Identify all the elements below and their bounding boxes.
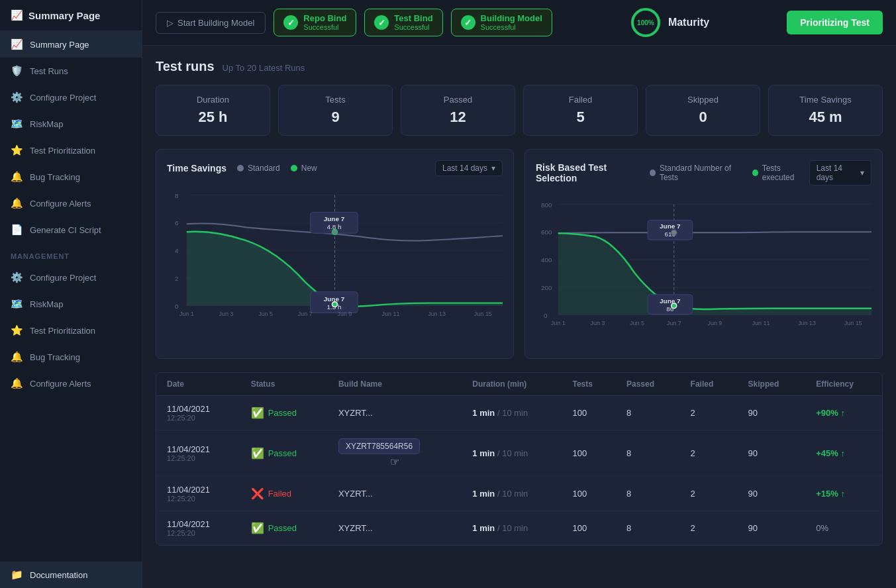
bell-icon3: 🔔 — [11, 351, 23, 363]
prioritize-button[interactable]: Prioritizing Test — [787, 11, 883, 34]
pipeline-step-building-model: ✓ Building Model Successful — [451, 9, 552, 37]
sidebar-item-mgmt-bug-tracking[interactable]: 🔔 Bug Tracking — [0, 344, 142, 370]
sidebar-item-configure-project[interactable]: ⚙️ Configure Project — [0, 84, 142, 111]
svg-text:4: 4 — [175, 247, 179, 254]
sidebar-item-mgmt-riskmap[interactable]: 🗺️ RiskMap — [0, 291, 142, 317]
sidebar-logo: 📈 Summary Page — [0, 0, 142, 31]
time-savings-filter-label: Last 14 days — [442, 164, 487, 173]
pipeline-step-repo-bind: ✓ Repo Bind Successful — [274, 9, 356, 37]
bell-icon4: 🔔 — [11, 377, 23, 389]
passed-icon: ✅ — [251, 407, 264, 419]
svg-text:600: 600 — [541, 228, 552, 236]
topbar: ▷ Start Building Model ✓ Repo Bind Succe… — [142, 0, 896, 46]
sidebar-item-configure-alerts[interactable]: 🔔 Configure Alerts — [0, 190, 142, 217]
sidebar-item-bug-tracking[interactable]: 🔔 Bug Tracking — [0, 164, 142, 190]
bell-icon2: 🔔 — [11, 197, 23, 209]
stat-tests: Tests 9 — [278, 85, 393, 136]
svg-text:Jun 11: Jun 11 — [752, 320, 770, 327]
sidebar-item-test-runs[interactable]: 🛡️ Test Runs — [0, 58, 142, 84]
bell-icon: 🔔 — [11, 171, 23, 183]
risk-legend-standard-dot — [650, 170, 656, 176]
cell-status: ✅Passed — [240, 511, 328, 546]
svg-point-47 — [672, 303, 677, 309]
svg-text:Jun 11: Jun 11 — [382, 311, 400, 318]
gear-icon: ⚙️ — [11, 91, 23, 103]
cell-skipped: 90 — [738, 396, 806, 430]
cell-date: 11/04/202112:25:20 — [156, 477, 240, 511]
stat-failed-value: 5 — [534, 109, 626, 126]
chevron-down-icon: ▾ — [491, 164, 495, 173]
sidebar-item-label: Configure Project — [30, 93, 96, 103]
sidebar-item-riskmap[interactable]: 🗺️ RiskMap — [0, 111, 142, 137]
sidebar-item-mgmt-test-prioritization[interactable]: ⭐ Test Prioritization — [0, 317, 142, 344]
sidebar-item-mgmt-configure-project[interactable]: ⚙️ Configure Project — [0, 264, 142, 291]
cell-build-name: XYZRT785564R56☞ — [328, 430, 462, 477]
svg-text:0: 0 — [175, 303, 179, 310]
page-title: Test runs — [156, 59, 215, 74]
table-row[interactable]: 11/04/202112:25:20✅PassedXYZRT785564R56☞… — [156, 430, 882, 477]
sidebar-item-label: Configure Alerts — [30, 379, 91, 389]
cell-build-name: XYZRT... — [328, 396, 462, 430]
logo-icon: 📈 — [11, 9, 23, 21]
risk-chart-header: Risk Based Test Selection Standard Numbe… — [536, 160, 871, 185]
svg-text:200: 200 — [541, 284, 552, 291]
stat-duration-value: 25 h — [167, 109, 259, 126]
svg-text:400: 400 — [541, 256, 552, 264]
legend-new-label: New — [301, 164, 317, 173]
stats-row: Duration 25 h Tests 9 Passed 12 Failed 5… — [156, 85, 883, 136]
svg-text:Jun 15: Jun 15 — [844, 320, 862, 327]
svg-text:Jun 3: Jun 3 — [591, 320, 605, 327]
sidebar-item-label: Test Prioritization — [30, 146, 95, 156]
svg-point-20 — [332, 302, 338, 307]
svg-text:Jun 9: Jun 9 — [707, 320, 722, 327]
col-build-name: Build Name — [328, 373, 462, 396]
cell-date: 11/04/202112:25:20 — [156, 396, 240, 430]
svg-text:6: 6 — [175, 219, 179, 226]
col-failed: Failed — [680, 373, 738, 396]
risk-chart: Risk Based Test Selection Standard Numbe… — [524, 149, 883, 359]
svg-point-43 — [672, 230, 677, 235]
sidebar-item-documentation[interactable]: 📁 Documentation — [0, 562, 142, 588]
building-model-title: Building Model — [481, 13, 542, 24]
svg-text:June 7: June 7 — [660, 297, 681, 305]
cell-skipped: 90 — [738, 477, 806, 511]
svg-text:Jun 13: Jun 13 — [428, 311, 446, 318]
check-icon-test: ✓ — [374, 15, 389, 30]
cell-failed: 2 — [680, 396, 738, 430]
cell-efficiency: 0% — [805, 511, 882, 546]
svg-text:0: 0 — [544, 312, 548, 319]
cell-efficiency: +90% ↑ — [805, 396, 882, 430]
svg-text:800: 800 — [541, 201, 552, 209]
start-building-label: Start Building Model — [177, 18, 254, 28]
risk-legend-standard-label: Standard Number of Tests — [660, 164, 742, 182]
col-efficiency: Efficiency — [805, 373, 882, 396]
svg-text:Jun 5: Jun 5 — [630, 320, 644, 327]
sidebar-item-generate-ci[interactable]: 📄 Generate CI Script — [0, 217, 142, 243]
build-name-pill[interactable]: XYZRT785564R56 — [338, 438, 420, 454]
col-date: Date — [156, 373, 240, 396]
sidebar-item-label: Documentation — [30, 570, 87, 580]
sidebar-item-label: Generate CI Script — [30, 225, 101, 235]
svg-text:Jun 13: Jun 13 — [798, 320, 816, 327]
cell-build-name: XYZRT... — [328, 511, 462, 546]
cursor-icon: ☞ — [390, 456, 399, 468]
start-building-button[interactable]: ▷ Start Building Model — [156, 12, 266, 34]
play-icon: ▷ — [167, 18, 174, 28]
stat-tests-label: Tests — [289, 95, 381, 105]
col-duration: Duration (min) — [462, 373, 562, 396]
content-area: Test runs Up To 20 Latest Runs Duration … — [142, 46, 896, 588]
table-header: Date Status Build Name Duration (min) Te… — [156, 373, 882, 396]
sidebar-item-mgmt-configure-alerts[interactable]: 🔔 Configure Alerts — [0, 370, 142, 397]
table-row[interactable]: 11/04/202112:25:20✅PassedXYZRT...1 min /… — [156, 396, 882, 430]
legend-new-dot — [291, 165, 297, 172]
time-savings-filter[interactable]: Last 14 days ▾ — [435, 160, 503, 176]
risk-chart-filter[interactable]: Last 14 days ▾ — [809, 160, 871, 185]
sidebar-item-test-prioritization[interactable]: ⭐ Test Prioritization — [0, 137, 142, 164]
svg-text:Jun 5: Jun 5 — [258, 311, 273, 318]
risk-legend-tests-dot — [752, 170, 758, 176]
table-row[interactable]: 11/04/202112:25:20✅PassedXYZRT...1 min /… — [156, 511, 882, 546]
stat-skipped-label: Skipped — [657, 95, 749, 105]
logo-text: Summary Page — [28, 10, 100, 21]
sidebar-item-summary[interactable]: 📈 Summary Page — [0, 31, 142, 58]
table-row[interactable]: 11/04/202112:25:20❌FailedXYZRT...1 min /… — [156, 477, 882, 511]
